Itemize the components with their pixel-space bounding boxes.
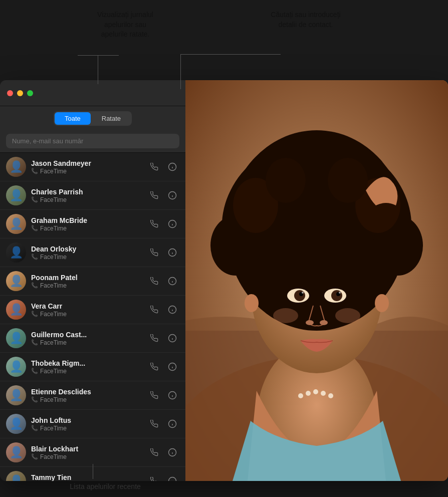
contact-sub: 📞 FaceTime xyxy=(31,282,142,289)
contact-call-type: FaceTime xyxy=(40,453,67,460)
avatar-face: 👤 xyxy=(6,157,26,177)
contact-actions xyxy=(147,217,179,231)
info-button[interactable] xyxy=(165,274,179,288)
info-button[interactable] xyxy=(165,245,179,260)
avatar-face: 👤 xyxy=(6,414,26,434)
list-item[interactable]: 👤 Vera Carr 📞 FaceTime xyxy=(0,296,185,324)
contact-name: Charles Parrish xyxy=(31,188,142,196)
contact-call-type: FaceTime xyxy=(40,168,67,175)
contact-sub: 📞 FaceTime xyxy=(31,339,142,346)
list-item[interactable]: 👤 Poonam Patel 📞 FaceTime xyxy=(0,267,185,296)
info-button[interactable] xyxy=(165,160,179,174)
contact-info: John Loftus 📞 FaceTime xyxy=(31,416,142,432)
info-button[interactable] xyxy=(165,417,179,431)
photo-panel xyxy=(185,80,448,481)
avatar-face: 👤 xyxy=(6,385,26,405)
contact-info: Guillermo Cast... 📞 FaceTime xyxy=(31,331,142,346)
avatar: 👤 xyxy=(6,414,26,434)
call-button[interactable] xyxy=(147,160,161,174)
list-item[interactable]: 👤 Thobeka Rigm... 📞 FaceTime xyxy=(0,353,185,381)
call-button[interactable] xyxy=(147,188,161,202)
maximize-button[interactable] xyxy=(27,90,33,96)
svg-point-51 xyxy=(266,158,306,203)
info-button[interactable] xyxy=(165,445,179,459)
avatar: 👤 xyxy=(6,471,26,481)
avatar: 👤 xyxy=(6,328,26,348)
avatar-face: 👤 xyxy=(6,300,26,320)
contact-name: Dean Orlosky xyxy=(31,245,142,253)
call-button[interactable] xyxy=(147,445,161,459)
call-button[interactable] xyxy=(147,417,161,431)
photo-background xyxy=(185,80,448,481)
phone-icon: 📞 xyxy=(31,425,38,431)
tab-all[interactable]: Toate xyxy=(55,112,91,125)
call-button[interactable] xyxy=(147,360,161,374)
call-button[interactable] xyxy=(147,245,161,260)
call-button[interactable] xyxy=(147,303,161,317)
phone-icon: 📞 xyxy=(31,396,38,403)
contact-sub: 📞 FaceTime xyxy=(31,311,142,318)
contact-name: Thobeka Rigm... xyxy=(31,359,142,367)
svg-point-43 xyxy=(321,391,326,396)
list-item[interactable]: 👤 Guillermo Cast... 📞 FaceTime xyxy=(0,324,185,353)
info-button[interactable] xyxy=(165,474,179,481)
avatar: 👤 xyxy=(6,185,26,205)
phone-icon: 📞 xyxy=(31,453,38,460)
phone-icon: 📞 xyxy=(31,254,38,260)
avatar: 👤 xyxy=(6,157,26,177)
contact-info: Tammy Tien 📞 FaceTime xyxy=(31,473,142,481)
avatar-face: 👤 xyxy=(6,271,26,291)
list-item[interactable]: 👤 Dean Orlosky 📞 FaceTime xyxy=(0,238,185,267)
contact-name: Etienne Desclides xyxy=(31,388,142,396)
contact-name: Graham McBride xyxy=(31,216,142,224)
contact-info: Poonam Patel 📞 FaceTime xyxy=(31,274,142,289)
avatar: 👤 xyxy=(6,442,26,462)
info-button[interactable] xyxy=(165,303,179,317)
info-button[interactable] xyxy=(165,388,179,402)
svg-point-59 xyxy=(302,292,304,294)
phone-icon: 📞 xyxy=(31,225,38,231)
phone-icon: 📞 xyxy=(31,196,38,203)
contact-call-type: FaceTime xyxy=(40,225,67,232)
info-button[interactable] xyxy=(165,188,179,202)
contact-info: Etienne Desclides 📞 FaceTime xyxy=(31,388,142,403)
contact-call-type: FaceTime xyxy=(40,311,67,318)
svg-point-44 xyxy=(328,393,333,398)
list-item[interactable]: 👤 John Loftus 📞 FaceTime xyxy=(0,410,185,438)
svg-point-56 xyxy=(331,290,342,301)
contact-actions xyxy=(147,245,179,260)
contact-info: Thobeka Rigm... 📞 FaceTime xyxy=(31,359,142,375)
call-button[interactable] xyxy=(147,474,161,481)
svg-point-52 xyxy=(328,158,368,203)
contact-sub: 📞 FaceTime xyxy=(31,425,142,432)
avatar-face: 👤 xyxy=(6,185,26,205)
contact-info: Dean Orlosky 📞 FaceTime xyxy=(31,245,142,261)
minimize-button[interactable] xyxy=(17,90,23,96)
info-button[interactable] xyxy=(165,331,179,345)
sidebar: Toate Ratate 👤 Jason Sandmeyer 📞 FaceTim… xyxy=(0,80,185,481)
contact-actions xyxy=(147,303,179,317)
info-button[interactable] xyxy=(165,217,179,231)
tab-missed[interactable]: Ratate xyxy=(92,112,131,125)
info-button[interactable] xyxy=(165,360,179,374)
avatar: 👤 xyxy=(6,214,26,234)
call-button[interactable] xyxy=(147,217,161,231)
contact-actions xyxy=(147,360,179,374)
avatar-face: 👤 xyxy=(6,357,26,377)
list-item[interactable]: 👤 Etienne Desclides 📞 FaceTime xyxy=(0,381,185,410)
contact-name: Vera Carr xyxy=(31,302,142,310)
search-input[interactable] xyxy=(6,134,179,148)
list-item[interactable]: 👤 Charles Parrish 📞 FaceTime xyxy=(0,181,185,210)
contact-actions xyxy=(147,445,179,459)
call-button[interactable] xyxy=(147,331,161,345)
contact-call-type: FaceTime xyxy=(40,339,67,346)
call-button[interactable] xyxy=(147,388,161,402)
call-button[interactable] xyxy=(147,274,161,288)
contacts-list: 👤 Jason Sandmeyer 📞 FaceTime xyxy=(0,153,185,481)
list-item[interactable]: 👤 Graham McBride 📞 FaceTime xyxy=(0,210,185,238)
list-item[interactable]: 👤 Blair Lockhart 📞 FaceTime xyxy=(0,438,185,467)
contact-sub: 📞 FaceTime xyxy=(31,396,142,403)
close-button[interactable] xyxy=(7,90,13,96)
list-item[interactable]: 👤 Jason Sandmeyer 📞 FaceTime xyxy=(0,153,185,181)
contact-info: Jason Sandmeyer 📞 FaceTime xyxy=(31,159,142,175)
